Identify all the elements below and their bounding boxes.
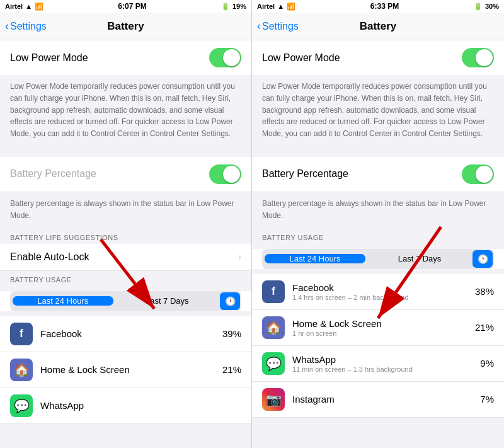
- left-low-power-desc: Low Power Mode temporarily reduces power…: [10, 82, 235, 138]
- right-time: 6:33 PM: [370, 2, 399, 11]
- right-carrier: Airtel: [257, 3, 275, 10]
- right-instagram-info: Instagram: [292, 394, 480, 405]
- left-battery-pct-label: Battery Percentage: [10, 168, 96, 180]
- right-wifi-icon: 📶: [287, 3, 295, 11]
- left-whatsapp-icon: 💬: [10, 394, 33, 417]
- right-segment-control: Last 24 Hours Last 7 Days 🕐: [262, 249, 494, 269]
- left-gap2: [0, 311, 251, 316]
- left-autolock-chevron-icon: ›: [238, 251, 241, 263]
- left-clock-button[interactable]: 🕐: [220, 292, 240, 310]
- right-app-row-whatsapp: 💬 WhatsApp 11 min on screen – 1.3 hrs ba…: [252, 346, 504, 382]
- left-whatsapp-name: WhatsApp: [40, 400, 241, 411]
- left-whatsapp-info: WhatsApp: [40, 400, 241, 411]
- right-back-button[interactable]: ‹ Settings: [257, 20, 299, 33]
- right-segment-24h[interactable]: Last 24 Hours: [265, 254, 365, 263]
- left-low-power-toggle[interactable]: [209, 48, 241, 67]
- left-autolock-row[interactable]: Enable Auto-Lock ›: [0, 244, 251, 271]
- left-battery-icon: 🔋: [221, 3, 230, 11]
- left-status-right: 🔋 19%: [221, 3, 246, 11]
- right-content: Low Power Mode Low Power Mode temporaril…: [252, 40, 504, 448]
- left-gap1: [0, 147, 251, 157]
- left-time: 6:07 PM: [118, 2, 146, 11]
- right-facebook-sub: 1.4 hrs on screen – 2 min background: [292, 294, 475, 301]
- right-low-power-row: Low Power Mode: [252, 40, 504, 75]
- left-nav-title: Battery: [107, 20, 144, 33]
- right-battery-pct-desc-section: Battery percentage is always shown in th…: [252, 192, 504, 229]
- right-battery-pct-section: Battery Percentage: [252, 157, 504, 192]
- right-app-row-facebook: f Facebook 1.4 hrs on screen – 2 min bac…: [252, 274, 504, 310]
- right-low-power-label: Low Power Mode: [262, 52, 340, 64]
- left-homelock-icon: 🏠: [10, 359, 33, 381]
- right-low-power-section: Low Power Mode: [252, 40, 504, 75]
- left-usage-header: BATTERY USAGE: [0, 271, 251, 286]
- left-battery-pct-toggle-knob: [223, 166, 240, 183]
- left-nav-bar: ‹ Settings Battery: [0, 13, 251, 40]
- right-phone-panel: Airtel ▲ 📶 6:33 PM 🔋 30% ‹ Settings Batt…: [252, 0, 504, 448]
- right-instagram-icon: 📷: [262, 388, 285, 411]
- left-battery-pct-row: Battery Percentage: [0, 157, 251, 192]
- right-clock-icon: 🕐: [478, 254, 488, 264]
- left-low-power-label: Low Power Mode: [10, 52, 88, 64]
- right-status-bar: Airtel ▲ 📶 6:33 PM 🔋 30%: [252, 0, 504, 13]
- right-homelock-icon: 🏠: [262, 316, 285, 339]
- right-battery-pct-toggle[interactable]: [462, 164, 494, 184]
- right-nav-bar: ‹ Settings Battery: [252, 13, 504, 40]
- right-battery-pct-row: Battery Percentage: [252, 157, 504, 192]
- left-segment-control: Last 24 Hours Last 7 Days 🕐: [10, 291, 241, 311]
- right-instagram-logo: 📷: [266, 392, 282, 407]
- right-whatsapp-sub: 11 min on screen – 1.3 hrs background: [292, 365, 480, 373]
- left-facebook-icon: f: [10, 323, 33, 345]
- left-segment-7d[interactable]: Last 7 Days: [117, 296, 218, 306]
- left-segment-24h[interactable]: Last 24 Hours: [13, 296, 113, 306]
- right-facebook-info: Facebook 1.4 hrs on screen – 2 min backg…: [292, 282, 475, 301]
- right-facebook-pct: 38%: [475, 286, 494, 297]
- right-facebook-name: Facebook: [292, 282, 475, 293]
- left-back-button[interactable]: ‹ Settings: [5, 20, 47, 33]
- left-autolock-label: Enable Auto-Lock: [10, 251, 89, 263]
- left-battery-pct: 19%: [232, 3, 246, 10]
- left-signal-icon: ▲: [25, 3, 32, 10]
- left-low-power-section: Low Power Mode: [0, 40, 251, 75]
- left-whatsapp-logo: 💬: [14, 398, 30, 413]
- right-status-left: Airtel ▲ 📶: [257, 3, 295, 11]
- right-battery-pct: 30%: [485, 3, 499, 10]
- right-battery-icon: 🔋: [474, 3, 483, 11]
- right-whatsapp-info: WhatsApp 11 min on screen – 1.3 hrs back…: [292, 354, 480, 373]
- right-gap1: [252, 147, 504, 157]
- right-battery-pct-label: Battery Percentage: [262, 168, 348, 180]
- right-app-row-homelock: 🏠 Home & Lock Screen 1 hr on screen 21%: [252, 310, 504, 346]
- right-segment-7d[interactable]: Last 7 Days: [369, 254, 470, 263]
- right-gap2: [252, 269, 504, 274]
- left-app-row-facebook: f Facebook 39%: [0, 316, 251, 352]
- left-battery-pct-desc-section: Battery percentage is always shown in th…: [0, 192, 251, 229]
- right-whatsapp-icon: 💬: [262, 352, 285, 375]
- right-clock-button[interactable]: 🕐: [472, 250, 493, 268]
- right-facebook-logo: f: [272, 285, 275, 298]
- left-facebook-pct: 39%: [222, 328, 241, 339]
- right-low-power-toggle[interactable]: [462, 48, 494, 67]
- right-whatsapp-name: WhatsApp: [292, 354, 480, 365]
- left-low-power-row: Low Power Mode: [0, 40, 251, 75]
- left-suggestions-header: BATTERY LIFE SUGGESTIONS: [0, 229, 251, 244]
- left-battery-pct-toggle[interactable]: [209, 164, 241, 184]
- left-app-row-whatsapp: 💬 WhatsApp: [0, 388, 251, 424]
- right-battery-pct-toggle-knob: [476, 166, 493, 183]
- right-battery-pct-desc: Battery percentage is always shown in th…: [262, 199, 486, 220]
- right-homelock-name: Home & Lock Screen: [292, 318, 475, 329]
- right-status-right: 🔋 30%: [474, 3, 499, 11]
- right-instagram-name: Instagram: [292, 394, 480, 405]
- left-clock-icon: 🕐: [225, 296, 236, 306]
- left-battery-pct-section: Battery Percentage: [0, 157, 251, 192]
- right-nav-title: Battery: [360, 20, 397, 33]
- left-status-left: Airtel ▲ 📶: [5, 3, 43, 11]
- right-whatsapp-pct: 9%: [480, 358, 494, 369]
- right-back-chevron-icon: ‹: [257, 20, 261, 33]
- left-phone-panel: Airtel ▲ 📶 6:07 PM 🔋 19% ‹ Settings Batt…: [0, 0, 252, 448]
- right-homelock-sub: 1 hr on screen: [292, 330, 475, 337]
- left-facebook-info: Facebook: [40, 328, 222, 339]
- left-low-power-toggle-knob: [223, 49, 240, 66]
- left-back-label: Settings: [10, 21, 47, 32]
- left-wifi-icon: 📶: [35, 3, 43, 11]
- right-low-power-desc-section: Low Power Mode temporarily reduces power…: [252, 75, 504, 147]
- right-app-row-instagram: 📷 Instagram 7%: [252, 382, 504, 418]
